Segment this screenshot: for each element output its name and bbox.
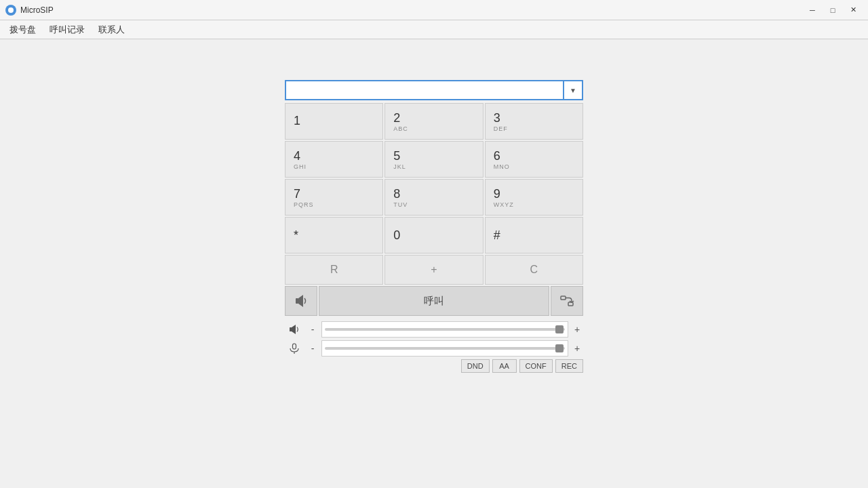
speaker-vol-plus[interactable]: + xyxy=(571,321,583,338)
key-5-sub: JKL xyxy=(393,164,406,170)
key-3-sub: DEF xyxy=(494,126,508,132)
call-button[interactable]: 呼叫 xyxy=(319,286,549,316)
key-hash-main: # xyxy=(494,228,500,243)
svg-rect-3 xyxy=(561,296,566,300)
minimize-button[interactable]: ─ xyxy=(803,3,822,18)
key-9-main: 9 xyxy=(494,187,500,201)
key-3-main: 3 xyxy=(494,111,500,125)
svg-rect-7 xyxy=(293,344,296,349)
key-6-sub: MNO xyxy=(494,164,510,170)
key-7[interactable]: 7 PQRS xyxy=(285,179,383,216)
speaker-vol-track xyxy=(325,328,565,331)
key-4-main: 4 xyxy=(294,149,300,163)
close-button[interactable]: ✕ xyxy=(844,3,863,18)
key-8-sub: TUV xyxy=(393,202,408,208)
menu-bar: 拨号盘 呼叫记录 联系人 xyxy=(0,20,868,39)
key-2-sub: ABC xyxy=(393,126,408,132)
key-1-main: 1 xyxy=(294,114,300,128)
svg-point-0 xyxy=(8,7,14,13)
dnd-button[interactable]: DND xyxy=(461,359,490,373)
key-6[interactable]: 6 MNO xyxy=(485,141,583,178)
key-4-sub: GHI xyxy=(294,164,307,170)
key-5-main: 5 xyxy=(393,149,400,163)
svg-marker-6 xyxy=(292,325,296,334)
action-row: R + C xyxy=(285,255,583,285)
speaker-vol-thumb xyxy=(555,325,564,333)
key-7-sub: PQRS xyxy=(294,202,314,208)
key-2-main: 2 xyxy=(393,111,400,125)
key-star[interactable]: * xyxy=(285,217,383,253)
dropdown-button[interactable]: ▼ xyxy=(564,80,583,100)
key-hash[interactable]: # xyxy=(485,217,583,253)
conf-button[interactable]: CONF xyxy=(519,359,553,373)
phone-input[interactable] xyxy=(285,80,564,100)
mic-vol-icon xyxy=(285,340,304,357)
key-9-sub: WXYZ xyxy=(494,202,514,208)
redial-button[interactable]: R xyxy=(285,255,383,285)
title-bar-left: MicroSIP xyxy=(5,5,54,16)
plus-button[interactable]: + xyxy=(384,255,483,285)
main-content: ▼ 1 2 ABC 3 DEF 4 GHI 5 JKL xyxy=(0,39,868,488)
key-6-main: 6 xyxy=(494,149,500,163)
mic-vol-track xyxy=(325,347,565,350)
aa-button[interactable]: AA xyxy=(492,359,517,373)
transfer-button[interactable] xyxy=(551,286,583,316)
key-7-main: 7 xyxy=(294,187,300,201)
call-row: 呼叫 xyxy=(285,286,583,316)
key-0[interactable]: 0 xyxy=(384,217,483,253)
app-title: MicroSIP xyxy=(20,5,54,15)
rec-button[interactable]: REC xyxy=(555,359,583,373)
title-bar: MicroSIP ─ □ ✕ xyxy=(0,0,868,20)
svg-marker-2 xyxy=(298,295,303,307)
phone-input-row: ▼ xyxy=(285,80,583,100)
key-3[interactable]: 3 DEF xyxy=(485,103,583,140)
key-8-main: 8 xyxy=(393,187,400,201)
mic-vol-thumb xyxy=(555,344,564,352)
app-icon xyxy=(5,5,16,16)
key-4[interactable]: 4 GHI xyxy=(285,141,383,178)
mic-volume-row: - + xyxy=(285,340,583,357)
key-8[interactable]: 8 TUV xyxy=(384,179,483,216)
key-0-main: 0 xyxy=(393,228,400,243)
menu-item-contacts[interactable]: 联系人 xyxy=(92,21,132,39)
key-star-main: * xyxy=(294,228,298,243)
mic-vol-minus[interactable]: - xyxy=(307,340,319,357)
svg-rect-1 xyxy=(296,298,298,304)
keypad-grid: 1 2 ABC 3 DEF 4 GHI 5 JKL 6 MNO xyxy=(285,103,583,253)
clear-button[interactable]: C xyxy=(485,255,583,285)
mic-vol-plus[interactable]: + xyxy=(571,340,583,357)
key-1[interactable]: 1 xyxy=(285,103,383,140)
status-buttons-row: DND AA CONF REC xyxy=(285,359,583,373)
speaker-volume-row: - + xyxy=(285,321,583,338)
speaker-vol-minus[interactable]: - xyxy=(307,321,319,338)
mic-vol-slider[interactable] xyxy=(321,340,568,357)
speaker-button[interactable] xyxy=(285,286,317,316)
svg-rect-4 xyxy=(568,302,573,306)
speaker-vol-icon xyxy=(285,321,304,338)
svg-rect-5 xyxy=(290,327,292,331)
menu-item-call-history[interactable]: 呼叫记录 xyxy=(43,21,92,39)
window-controls: ─ □ ✕ xyxy=(803,3,863,18)
key-9[interactable]: 9 WXYZ xyxy=(485,179,583,216)
key-2[interactable]: 2 ABC xyxy=(384,103,483,140)
speaker-vol-slider[interactable] xyxy=(321,321,568,338)
maximize-button[interactable]: □ xyxy=(823,3,842,18)
menu-item-dialpad[interactable]: 拨号盘 xyxy=(3,21,43,39)
key-5[interactable]: 5 JKL xyxy=(384,141,483,178)
dialpad-panel: ▼ 1 2 ABC 3 DEF 4 GHI 5 JKL xyxy=(285,80,583,373)
